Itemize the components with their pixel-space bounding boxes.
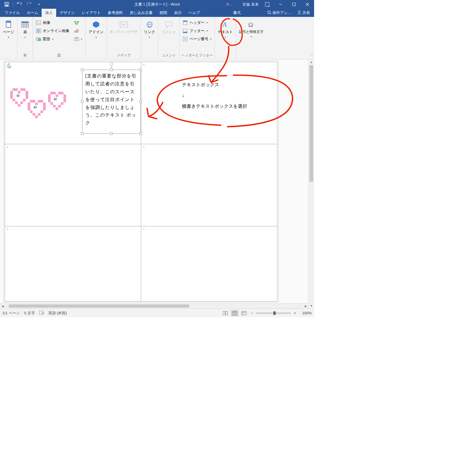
online-video-button: オンラインビデオ [108, 19, 139, 36]
header-button[interactable]: ヘッダー ▾ [181, 19, 213, 27]
hearts-art: te to [10, 88, 77, 123]
hscroll-thumb[interactable] [9, 304, 189, 308]
cell-3-2[interactable]: ¤ [141, 226, 277, 302]
spellcheck-icon[interactable] [39, 310, 44, 316]
svg-rect-2 [6, 5, 8, 6]
share-button[interactable]: 共有 [295, 10, 312, 15]
user-name: 宮脇 直美 [241, 0, 261, 9]
print-layout-view[interactable] [231, 310, 238, 316]
cell-2-1[interactable]: ¤ [5, 144, 141, 226]
save-button[interactable] [2, 0, 12, 8]
cell-2-2[interactable]: ¤ [141, 144, 277, 226]
image-button[interactable]: 画像 [34, 19, 71, 27]
group-addins: アドイン▾ [86, 17, 107, 59]
addins-button[interactable]: アドイン▾ [87, 19, 105, 41]
resize-handle-tl[interactable] [81, 68, 84, 71]
svg-rect-53 [226, 311, 228, 315]
cell-3-1[interactable]: ¤ [5, 226, 141, 302]
links-button[interactable]: リンク▾ [142, 19, 157, 41]
screenshot-button[interactable]: ▾ [72, 35, 84, 43]
chart-button[interactable] [72, 27, 84, 35]
table-button[interactable]: 表▾ [19, 19, 31, 41]
rotate-handle[interactable] [110, 62, 113, 66]
undo-button[interactable] [14, 0, 24, 8]
footer-button[interactable]: フッター ▾ [181, 27, 213, 35]
group-comments: コメント コメント [158, 17, 180, 59]
document-table: ¤ te [5, 62, 277, 302]
tell-me-search[interactable]: 操作アシ… [265, 10, 293, 15]
pages-button[interactable]: ページ▾ [1, 19, 16, 41]
tab-help[interactable]: ヘルプ [185, 9, 203, 17]
vscroll-thumb[interactable] [309, 65, 313, 182]
chart-icon [74, 28, 79, 34]
close-button[interactable] [301, 0, 314, 9]
tab-mailings[interactable]: 差し込み文書 [126, 9, 156, 17]
zoom-level[interactable]: 100% [299, 311, 312, 315]
page-indicator[interactable]: 1/1 ページ [2, 311, 20, 316]
cell-1-1[interactable]: ¤ te [5, 62, 141, 144]
scroll-left[interactable]: ◀ [0, 304, 5, 308]
resize-handle-bl[interactable] [81, 132, 84, 135]
maximize-button[interactable] [287, 0, 301, 9]
tab-home[interactable]: ホーム [23, 9, 42, 17]
tab-insert[interactable]: 挿入 [42, 9, 56, 17]
svg-marker-39 [123, 23, 125, 26]
quick-access-toolbar: ▾ [0, 0, 44, 8]
text-button[interactable]: A テキスト▾ [216, 19, 235, 41]
horizontal-scrollbar[interactable]: ◀ ▶ [0, 303, 308, 308]
redo-button[interactable] [24, 0, 34, 8]
group-header-footer: ヘッダー ▾ フッター ▾ # ページ番号 ▾ ヘッダーとフッター [180, 17, 215, 59]
web-layout-view[interactable] [240, 310, 248, 316]
tell-me-placeholder: 操作アシ… [272, 10, 291, 15]
svg-point-7 [268, 11, 270, 13]
read-mode-view[interactable] [222, 310, 229, 316]
page-number-button[interactable]: # ページ番号 ▾ [181, 35, 213, 43]
ribbon-display-options[interactable]: ▴ [261, 0, 274, 9]
svg-text:Ω: Ω [248, 21, 253, 28]
resize-handle-ml[interactable] [81, 100, 84, 103]
resize-handle-tm[interactable] [110, 68, 113, 71]
tab-references[interactable]: 参考資料 [104, 9, 126, 17]
textbox[interactable]: [文書の重要な部分を引用して読者の注意を引いたり、このスペースを使って注目ポイン… [82, 70, 141, 134]
group-illustrations: 画像 オンライン画像 図形 ▾ ▾ 図 [33, 17, 86, 59]
svg-rect-51 [39, 311, 43, 314]
svg-rect-19 [36, 21, 41, 25]
language-indicator[interactable]: 英語 (米国) [48, 311, 67, 316]
scroll-up[interactable]: ▲ [309, 59, 314, 65]
resize-handle-bm[interactable] [110, 132, 113, 135]
screenshot-icon [74, 36, 79, 42]
tab-design[interactable]: デザイン [56, 9, 78, 17]
video-icon [119, 20, 128, 29]
tab-review[interactable]: 校閲 [156, 9, 171, 17]
zoom-out[interactable]: − [249, 311, 254, 315]
addin-icon [91, 20, 101, 29]
table-icon [20, 20, 30, 29]
scroll-right[interactable]: ▶ [303, 304, 308, 308]
tab-view[interactable]: 表示 [171, 9, 185, 17]
svg-rect-44 [183, 21, 187, 22]
zoom-in[interactable]: + [293, 311, 297, 315]
image-icon [36, 20, 41, 25]
tab-file[interactable]: ファイル [1, 9, 23, 17]
scroll-down[interactable]: ▼ [309, 303, 314, 308]
symbols-button[interactable]: Ω 記号と特殊文字▾ [237, 19, 265, 40]
zoom-slider[interactable] [256, 313, 291, 314]
svg-rect-52 [223, 311, 225, 315]
collapse-ribbon[interactable]: ˄ [311, 54, 313, 58]
ribbon-tabs: ファイル ホーム 挿入 デザイン レイアウト 参考資料 差し込み文書 校閲 表示… [0, 9, 314, 17]
cell-1-2[interactable]: ¤ テキストボックス ↓ 横書きテキストボックスを選択 [141, 62, 277, 144]
online-image-button[interactable]: オンライン画像 [34, 27, 71, 35]
smartart-icon [74, 20, 79, 25]
shapes-button[interactable]: 図形 ▾ [34, 35, 71, 43]
document-area[interactable]: ⚓ ¤ te [0, 59, 308, 308]
minimize-button[interactable] [274, 0, 287, 9]
word-count[interactable]: 0 文字 [24, 311, 35, 316]
vertical-scrollbar[interactable]: ▲ ▼ [308, 59, 314, 308]
tab-format[interactable]: 書式 [230, 9, 244, 17]
page-icon [4, 20, 13, 29]
tab-layout[interactable]: レイアウト [78, 9, 104, 17]
svg-point-33 [76, 38, 77, 40]
qat-customize[interactable]: ▾ [34, 0, 44, 8]
svg-rect-46 [183, 32, 187, 33]
smartart-button[interactable] [72, 19, 84, 27]
